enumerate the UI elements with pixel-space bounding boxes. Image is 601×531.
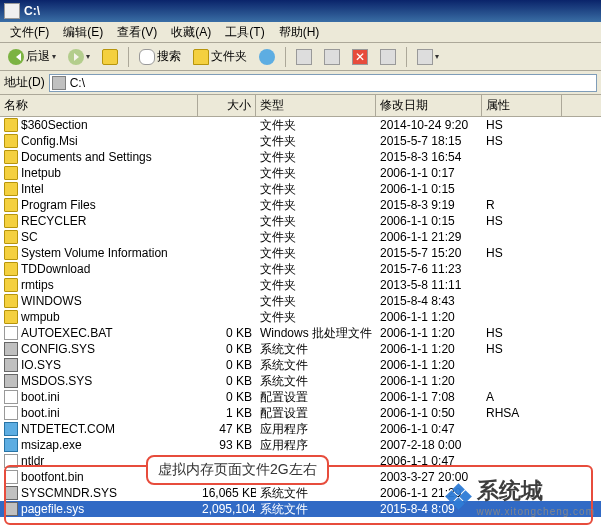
file-size: 300 KB <box>198 454 256 468</box>
file-icon <box>4 470 18 484</box>
history-button[interactable] <box>255 47 279 67</box>
file-row[interactable]: Inetpub文件夹2006-1-1 0:17 <box>0 165 601 181</box>
file-row[interactable]: Config.Msi文件夹2015-5-7 18:15HS <box>0 133 601 149</box>
menu-tools[interactable]: 工具(T) <box>219 22 270 43</box>
file-row[interactable]: ntldr300 KB文件2006-1-1 0:47 <box>0 453 601 469</box>
up-button[interactable] <box>98 47 122 67</box>
file-date: 2006-1-1 7:08 <box>376 390 482 404</box>
file-size: 0 KB <box>198 342 256 356</box>
chevron-down-icon[interactable]: ▾ <box>52 52 56 61</box>
file-icon <box>4 390 18 404</box>
search-button[interactable]: 搜索 <box>135 46 185 67</box>
file-type: 系统文件 <box>256 373 376 390</box>
col-attr[interactable]: 属性 <box>482 95 562 116</box>
file-row[interactable]: boot.ini1 KB配置设置2006-1-1 0:50RHSA <box>0 405 601 421</box>
file-row[interactable]: rmtips文件夹2013-5-8 11:11 <box>0 277 601 293</box>
file-row[interactable]: WINDOWS文件夹2015-8-4 8:43 <box>0 293 601 309</box>
file-name: SC <box>21 230 38 244</box>
file-type: 文件夹 <box>256 181 376 198</box>
file-row[interactable]: msizap.exe93 KB应用程序2007-2-18 0:00 <box>0 437 601 453</box>
delete-icon: ✕ <box>352 49 368 65</box>
file-row[interactable]: RECYCLER文件夹2006-1-1 0:15HS <box>0 213 601 229</box>
menu-view[interactable]: 查看(V) <box>111 22 163 43</box>
col-date[interactable]: 修改日期 <box>376 95 482 116</box>
folders-button[interactable]: 文件夹 <box>189 46 251 67</box>
file-name: msizap.exe <box>21 438 82 452</box>
undo-button[interactable] <box>376 47 400 67</box>
menu-favorites[interactable]: 收藏(A) <box>165 22 217 43</box>
file-icon <box>4 294 18 308</box>
file-row[interactable]: boot.ini0 KB配置设置2006-1-1 7:08A <box>0 389 601 405</box>
forward-button[interactable]: ▾ <box>64 47 94 67</box>
file-icon <box>4 134 18 148</box>
file-name: pagefile.sys <box>21 502 84 516</box>
back-label: 后退 <box>26 48 50 65</box>
file-row[interactable]: Intel文件夹2006-1-1 0:15 <box>0 181 601 197</box>
file-date: 2015-5-7 15:20 <box>376 246 482 260</box>
file-date: 2014-10-24 9:20 <box>376 118 482 132</box>
file-icon <box>4 214 18 228</box>
file-list[interactable]: 名称 大小 类型 修改日期 属性 $360Section文件夹2014-10-2… <box>0 95 601 531</box>
file-date: 2015-7-6 11:23 <box>376 262 482 276</box>
file-row[interactable]: CONFIG.SYS0 KB系统文件2006-1-1 1:20HS <box>0 341 601 357</box>
file-row[interactable]: MSDOS.SYS0 KB系统文件2006-1-1 1:20 <box>0 373 601 389</box>
file-size: 0 KB <box>198 326 256 340</box>
copy-button[interactable] <box>320 47 344 67</box>
address-bar: 地址(D) C:\ <box>0 71 601 95</box>
file-icon <box>4 166 18 180</box>
toolbar: 后退 ▾ ▾ 搜索 文件夹 ✕ ▾ <box>0 43 601 71</box>
file-name: Documents and Settings <box>21 150 152 164</box>
file-name: SYSCMNDR.SYS <box>21 486 117 500</box>
col-name[interactable]: 名称 <box>0 95 198 116</box>
chevron-down-icon[interactable]: ▾ <box>86 52 90 61</box>
menu-file[interactable]: 文件(F) <box>4 22 55 43</box>
address-value: C:\ <box>70 76 85 90</box>
file-row[interactable]: Documents and Settings文件夹2015-8-3 16:54 <box>0 149 601 165</box>
views-button[interactable]: ▾ <box>413 47 443 67</box>
move-button[interactable] <box>292 47 316 67</box>
address-field[interactable]: C:\ <box>49 74 597 92</box>
file-type: Windows 批处理文件 <box>256 325 376 342</box>
file-row[interactable]: Program Files文件夹2015-8-3 9:19R <box>0 197 601 213</box>
file-name: Inetpub <box>21 166 61 180</box>
file-name: WINDOWS <box>21 294 82 308</box>
forward-icon <box>68 49 84 65</box>
file-icon <box>4 118 18 132</box>
menu-help[interactable]: 帮助(H) <box>273 22 326 43</box>
file-row[interactable]: TDDownload文件夹2015-7-6 11:23 <box>0 261 601 277</box>
col-size[interactable]: 大小 <box>198 95 256 116</box>
menu-edit[interactable]: 编辑(E) <box>57 22 109 43</box>
file-type: 配置设置 <box>256 389 376 406</box>
file-row[interactable]: NTDETECT.COM47 KB应用程序2006-1-1 0:47 <box>0 421 601 437</box>
file-date: 2013-5-8 11:11 <box>376 278 482 292</box>
file-date: 2015-5-7 18:15 <box>376 134 482 148</box>
file-name: RECYCLER <box>21 214 86 228</box>
file-name: AUTOEXEC.BAT <box>21 326 113 340</box>
chevron-down-icon[interactable]: ▾ <box>435 52 439 61</box>
col-type[interactable]: 类型 <box>256 95 376 116</box>
file-type: 文件 <box>256 453 376 470</box>
file-row[interactable]: SC文件夹2006-1-1 21:29 <box>0 229 601 245</box>
file-row[interactable]: IO.SYS0 KB系统文件2006-1-1 1:20 <box>0 357 601 373</box>
separator <box>285 47 286 67</box>
back-button[interactable]: 后退 ▾ <box>4 46 60 67</box>
file-icon <box>4 246 18 260</box>
file-name: CONFIG.SYS <box>21 342 95 356</box>
file-row[interactable]: wmpub文件夹2006-1-1 1:20 <box>0 309 601 325</box>
file-date: 2006-1-1 1:20 <box>376 358 482 372</box>
copy-to-icon <box>324 49 340 65</box>
file-row[interactable]: AUTOEXEC.BAT0 KBWindows 批处理文件2006-1-1 1:… <box>0 325 601 341</box>
watermark-logo-icon <box>447 485 471 509</box>
file-type: 文件夹 <box>256 229 376 246</box>
history-icon <box>259 49 275 65</box>
file-icon <box>4 310 18 324</box>
file-row[interactable]: System Volume Information文件夹2015-5-7 15:… <box>0 245 601 261</box>
file-date: 2006-1-1 0:15 <box>376 214 482 228</box>
file-date: 2006-1-1 1:20 <box>376 326 482 340</box>
file-icon <box>4 358 18 372</box>
file-name: NTDETECT.COM <box>21 422 115 436</box>
file-icon <box>4 182 18 196</box>
delete-button[interactable]: ✕ <box>348 47 372 67</box>
file-row[interactable]: $360Section文件夹2014-10-24 9:20HS <box>0 117 601 133</box>
menu-bar: 文件(F) 编辑(E) 查看(V) 收藏(A) 工具(T) 帮助(H) <box>0 22 601 43</box>
